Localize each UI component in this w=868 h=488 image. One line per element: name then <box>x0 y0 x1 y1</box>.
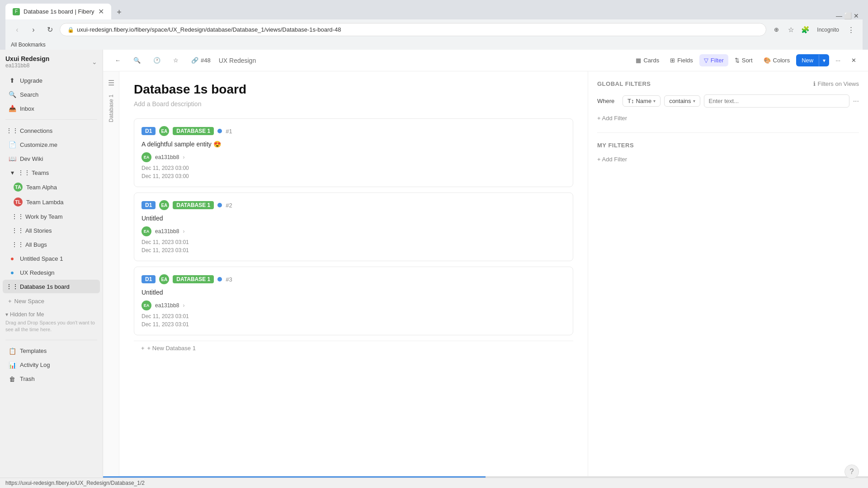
browser-chrome: F Database 1s board | Fibery ✕ + — ⬜ ✕ ‹… <box>0 0 868 50</box>
filters-on-views-btn[interactable]: ℹ Filters on Views <box>813 80 859 87</box>
star-icon: ☆ <box>173 57 179 64</box>
sidebar-item-customize[interactable]: 📄 Customize.me <box>3 138 100 151</box>
new-db-label: + New Database 1 <box>147 345 196 352</box>
browser-right-controls: ⊕ ☆ 🧩 Incognito ⋮ <box>770 23 857 36</box>
link-btn[interactable]: 🔗 #48 <box>187 54 215 66</box>
forward-btn[interactable]: › <box>27 23 40 36</box>
vertical-tab-icon[interactable]: ☰ <box>104 75 118 91</box>
link-icon: 🔗 <box>191 57 198 64</box>
badge-db1-2: DATABASE 1 <box>173 201 214 209</box>
extensions-btn[interactable]: 🧩 <box>799 23 811 36</box>
fields-btn[interactable]: ⊞ Fields <box>665 54 698 66</box>
back-nav-btn[interactable]: ← <box>110 54 125 66</box>
browser-tabs: F Database 1s board | Fibery ✕ + — ⬜ ✕ <box>5 4 863 19</box>
sidebar-item-inbox[interactable]: 📥 Inbox <box>3 102 100 115</box>
minimize-btn[interactable]: — <box>836 12 842 19</box>
sidebar-item-work-by-team[interactable]: ⋮⋮ Work by Team <box>3 210 100 223</box>
sidebar: Uxui Redesign ea131bb8 ⌄ ⬆ Upgrade 🔍 Sea… <box>0 50 103 478</box>
add-global-filter-btn[interactable]: + Add Filter <box>597 113 859 123</box>
breadcrumb-ux-redesign[interactable]: UX Redesign <box>219 57 256 64</box>
filter-more-btn[interactable]: ··· <box>853 97 859 105</box>
workspace-chevron[interactable]: ⌄ <box>92 58 97 66</box>
add-my-filter-btn[interactable]: + Add Filter <box>597 154 859 164</box>
card-expand-icon-2[interactable]: › <box>183 228 184 235</box>
colors-btn[interactable]: 🎨 Colors <box>759 54 795 66</box>
status-dot-1 <box>217 129 222 133</box>
menu-btn[interactable]: ⋮ <box>844 23 857 36</box>
close-panel-btn[interactable]: ✕ <box>847 54 861 66</box>
new-space-label: New Space <box>14 298 44 305</box>
filter-text-input[interactable] <box>704 94 849 108</box>
active-tab[interactable]: F Database 1s board | Fibery ✕ <box>5 4 111 19</box>
new-space-btn[interactable]: + New Space <box>3 295 100 307</box>
status-dot-3 <box>217 277 222 282</box>
sidebar-divider-2 <box>5 340 97 340</box>
sidebar-item-database-board[interactable]: ⋮⋮ Database 1s board <box>3 280 100 293</box>
sidebar-item-teams[interactable]: ▾ ⋮⋮ Teams <box>3 166 100 179</box>
card-user-avatar-1: EA <box>142 152 151 162</box>
card-meta-2: EA ea131bb8 › <box>142 226 566 236</box>
sidebar-item-activity-log[interactable]: 📊 Activity Log <box>3 358 100 372</box>
new-tab-btn[interactable]: + <box>112 5 127 19</box>
sidebar-item-trash[interactable]: 🗑 Trash <box>3 372 100 386</box>
bookmark-btn[interactable]: ☆ <box>784 23 797 36</box>
new-dropdown-arrow[interactable]: ▾ <box>819 55 829 66</box>
maximize-btn[interactable]: ⬜ <box>844 12 852 19</box>
tab-close-btn[interactable]: ✕ <box>98 7 104 16</box>
window-close-btn[interactable]: ✕ <box>854 12 859 19</box>
workspace-name: Uxui Redesign <box>5 55 49 62</box>
sidebar-item-untitled-space[interactable]: ● Untitled Space 1 <box>3 252 100 265</box>
filter-btn[interactable]: ▽ Filter <box>699 54 728 66</box>
sidebar-item-team-alpha[interactable]: TA Team Alpha <box>3 180 100 194</box>
back-btn[interactable]: ‹ <box>11 23 24 36</box>
top-bar: ← 🔍 🕐 ☆ 🔗 #48 UX Redesign <box>103 50 868 71</box>
new-database-btn[interactable]: + + New Database 1 <box>134 341 573 355</box>
close-icon: ✕ <box>851 57 856 64</box>
sidebar-item-templates[interactable]: 📋 Templates <box>3 344 100 358</box>
sidebar-item-ux-redesign[interactable]: ● UX Redesign <box>3 266 100 279</box>
address-bar[interactable]: 🔒 uxui-redesign.fibery.io/fibery/space/U… <box>60 23 766 36</box>
reload-btn[interactable]: ↻ <box>43 23 56 36</box>
sidebar-item-search[interactable]: 🔍 Search <box>3 88 100 101</box>
history-icon: 🕐 <box>153 57 160 64</box>
star-btn[interactable]: ☆ <box>169 54 183 66</box>
card-meta-1: EA ea131bb8 › <box>142 152 566 162</box>
card-expand-icon-3[interactable]: › <box>183 302 184 309</box>
help-btn[interactable]: ? <box>844 465 859 479</box>
profile-btn[interactable]: ⊕ <box>770 23 783 36</box>
badge-db1-3: DATABASE 1 <box>173 275 214 283</box>
card-date2-3: Dec 11, 2023 03:01 <box>142 321 566 328</box>
fields-icon: ⊞ <box>670 57 675 64</box>
sort-btn[interactable]: ⇅ Sort <box>730 54 757 66</box>
sidebar-item-team-lambda[interactable]: TL Team Lambda <box>3 195 100 209</box>
work-by-team-icon: ⋮⋮ <box>14 212 22 221</box>
sidebar-item-devwiki[interactable]: 📖 Dev Wiki <box>3 152 100 165</box>
lock-icon: 🔒 <box>67 27 74 33</box>
sidebar-item-all-bugs[interactable]: ⋮⋮ All Bugs <box>3 238 100 251</box>
name-filter-chip[interactable]: T↕ Name ▾ <box>623 95 660 107</box>
teams-collapse-icon: ▾ <box>8 169 16 177</box>
new-db-plus-icon: + <box>141 345 145 352</box>
card-expand-icon-1[interactable]: › <box>183 154 184 160</box>
upgrade-icon: ⬆ <box>8 76 16 84</box>
sidebar-item-all-stories[interactable]: ⋮⋮ All Stories <box>3 224 100 237</box>
team-alpha-avatar: TA <box>14 183 23 192</box>
cards-btn[interactable]: ▦ Cards <box>631 54 664 66</box>
search-btn[interactable]: 🔍 <box>129 54 145 66</box>
more-options-btn[interactable]: ··· <box>831 54 845 66</box>
devwiki-icon: 📖 <box>8 155 16 163</box>
name-chevron-icon: ▾ <box>653 99 656 103</box>
back-icon: ← <box>115 57 121 64</box>
filters-on-views-icon: ℹ <box>813 80 816 87</box>
table-row[interactable]: D1 EA DATABASE 1 #1 A delightful sample … <box>134 118 573 187</box>
history-btn[interactable]: 🕐 <box>149 54 165 66</box>
sidebar-item-upgrade[interactable]: ⬆ Upgrade <box>3 74 100 87</box>
page-description[interactable]: Add a Board description <box>134 100 573 108</box>
sidebar-item-connections[interactable]: ⋮⋮ Connections <box>3 124 100 137</box>
bookmarks-label[interactable]: All Bookmarks <box>11 42 46 48</box>
table-row[interactable]: D1 EA DATABASE 1 #3 Untitled EA ea131bb8… <box>134 267 573 335</box>
table-row[interactable]: D1 EA DATABASE 1 #2 Untitled EA ea131bb8… <box>134 192 573 261</box>
contains-filter-chip[interactable]: contains ▾ <box>664 95 700 107</box>
top-bar-left: ← 🔍 🕐 ☆ 🔗 #48 UX Redesign <box>110 54 256 66</box>
new-main-btn[interactable]: New <box>796 54 819 66</box>
